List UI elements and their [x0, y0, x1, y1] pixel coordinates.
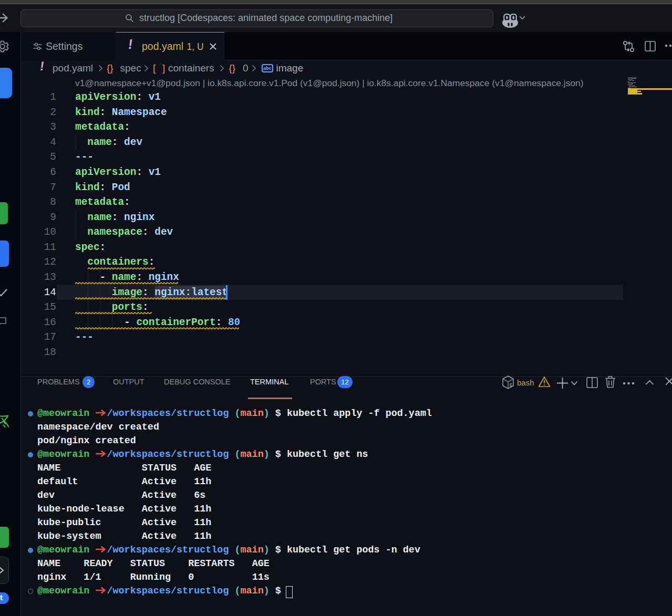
svg-text:$: $ [510, 382, 512, 388]
